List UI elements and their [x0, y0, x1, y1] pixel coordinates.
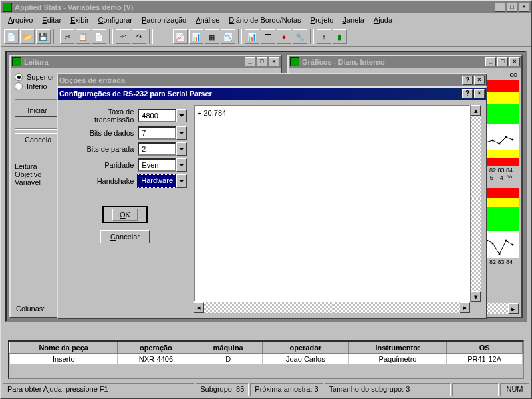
status-tamanho: Tamanho do subgrupo: 3	[325, 383, 451, 396]
new-button[interactable]: 📄	[4, 29, 19, 44]
taxa-combo[interactable]: 4800	[138, 109, 187, 122]
leitura-min-button[interactable]: _	[245, 57, 255, 66]
svg-point-9	[512, 244, 514, 246]
save-button[interactable]: 💾	[36, 29, 51, 44]
tool2-button[interactable]: ↕	[317, 29, 331, 44]
toolbar: 📄 📂 💾 ✂ 📋 📄 ↶ ↷ 📈 📊 ▦ 📉 📊 ☰ ● 🔧 ↕ ▮	[1, 27, 531, 47]
menu-ajuda[interactable]: Ajuda	[370, 15, 396, 25]
table-row[interactable]: Inserto NXR-4406 D Joao Carlos Paquímetr…	[10, 354, 523, 365]
data-table: Nome da peça operação máquina operador i…	[8, 340, 524, 379]
chart4-button[interactable]: 📊	[245, 29, 259, 44]
parada-label: Bits de parada	[63, 142, 138, 156]
grid-button[interactable]: ▦	[205, 29, 219, 44]
rs232-form: Taxa de transmissão 4800 Bits de dados 7…	[63, 105, 187, 313]
opcoes-titlebar: Opções de entrada ? ×	[58, 74, 486, 86]
paridade-combo[interactable]: Even	[138, 158, 187, 172]
menu-configurar[interactable]: Configurar	[94, 15, 136, 25]
open-button[interactable]: 📂	[20, 29, 35, 44]
radio-inferior-label: Inferio	[27, 82, 47, 90]
maximize-button[interactable]: □	[507, 3, 517, 12]
output-vscroll[interactable]: ▴▾	[470, 105, 481, 302]
menubar: Arquivo Editar Exibir Configurar Padroni…	[1, 13, 531, 27]
app-icon	[3, 3, 12, 12]
leitura-close-button[interactable]: ×	[269, 57, 279, 66]
status-help: Para obter Ajuda, pressione F1	[3, 383, 194, 396]
dados-combo[interactable]: 7	[138, 126, 187, 140]
cut-button[interactable]: ✂	[60, 29, 74, 44]
opcoes-close-button[interactable]: ×	[474, 76, 485, 85]
chart-strip: co 82 83 84 5 4 ^^ 82 83 84	[483, 70, 519, 301]
svg-point-4	[512, 139, 514, 141]
svg-point-3	[505, 136, 507, 138]
tool3-button[interactable]: ▮	[332, 29, 347, 44]
sparkline-2	[483, 231, 519, 258]
close-button[interactable]: ×	[519, 3, 529, 12]
cancelar-leitura-button[interactable]: Cancela	[15, 133, 60, 146]
svg-point-6	[492, 243, 494, 245]
leitura-max-button[interactable]: □	[257, 57, 267, 66]
tool1-button[interactable]: 🔧	[293, 29, 307, 44]
taxa-label: Taxa de transmissão	[63, 108, 138, 124]
record-button[interactable]: ●	[277, 29, 291, 44]
status-proxima: Próxima amostra: 3	[250, 383, 323, 396]
menu-exibir[interactable]: Exibir	[66, 15, 93, 25]
ok-button[interactable]: OK	[102, 206, 148, 223]
svg-point-8	[505, 240, 507, 242]
leitura-title: Leitura	[24, 58, 245, 66]
output-hscroll[interactable]: ◂▸	[194, 302, 481, 313]
cancelar-button[interactable]: Cancelar	[100, 230, 150, 243]
radio-superior-label: Superior	[27, 73, 55, 81]
opcoes-title: Opções de entrada	[59, 76, 462, 84]
label-colunas: Colunas:	[16, 305, 45, 313]
th-nome[interactable]: Nome da peça	[10, 342, 118, 354]
graficos-close-button[interactable]: ×	[509, 57, 520, 66]
th-operacao[interactable]: operação	[118, 342, 194, 354]
rs232-help-button[interactable]: ?	[462, 89, 473, 98]
chart3-button[interactable]: 📉	[221, 29, 235, 44]
menu-arquivo[interactable]: Arquivo	[4, 15, 37, 25]
menu-projeto[interactable]: Projeto	[307, 15, 338, 25]
menu-editar[interactable]: Editar	[38, 15, 65, 25]
paridade-label: Paridade	[63, 158, 138, 172]
minimize-button[interactable]: _	[495, 3, 505, 12]
graficos-max-button[interactable]: □	[497, 57, 508, 66]
handshake-combo[interactable]: Hardware	[138, 174, 187, 188]
th-instrumento[interactable]: instrumento:	[348, 342, 446, 354]
leitura-titlebar: Leitura _ □ ×	[11, 56, 281, 68]
menu-janela[interactable]: Janela	[338, 15, 368, 25]
chart2-button[interactable]: 📊	[189, 29, 203, 44]
opcoes-help-button[interactable]: ?	[462, 76, 473, 85]
copy-button[interactable]: 📋	[76, 29, 90, 44]
svg-point-1	[492, 140, 494, 142]
dados-label: Bits de dados	[63, 126, 138, 140]
output-pane: + 20.784	[194, 105, 470, 302]
th-operador[interactable]: operador	[262, 342, 348, 354]
graficos-min-button[interactable]: _	[485, 57, 496, 66]
axis-1: 82 83 84	[483, 166, 519, 174]
undo-button[interactable]: ↶	[116, 29, 130, 44]
svg-point-2	[499, 143, 501, 145]
menu-padronizacao[interactable]: Padronização	[138, 15, 190, 25]
list-button[interactable]: ☰	[261, 29, 275, 44]
chart1-button[interactable]: 📈	[173, 29, 188, 44]
menu-diario[interactable]: Diário de Bordo/Notas	[225, 15, 305, 25]
th-maquina[interactable]: máquina	[194, 342, 262, 354]
graficos-title: Gráficos - Diam. Interno	[302, 58, 485, 66]
statusbar: Para obter Ajuda, pressione F1 Subgrupo:…	[3, 383, 529, 396]
iniciar-button[interactable]: Iniciar	[15, 104, 60, 117]
paste-button[interactable]: 📄	[92, 29, 106, 44]
graficos-icon	[290, 57, 299, 66]
parada-combo[interactable]: 2	[138, 142, 187, 156]
rs232-close-button[interactable]: ×	[474, 89, 485, 98]
status-blank	[452, 383, 499, 396]
status-subgrupo: Subgrupo: 85	[196, 383, 249, 396]
menu-analise[interactable]: Análise	[192, 15, 223, 25]
redo-button[interactable]: ↷	[132, 29, 146, 44]
rs232-dialog: Configurações de RS-232 para Serial Pars…	[57, 86, 487, 319]
sparkline-1	[483, 124, 519, 150]
th-os[interactable]: OS	[447, 342, 523, 354]
axis-1b: 5 4 ^^	[483, 174, 519, 181]
main-titlebar: Applied Stats - Variables demo (V) _ □ ×	[1, 1, 531, 13]
axis-2: 82 83 84	[483, 258, 519, 265]
graficos-titlebar: Gráficos - Diam. Interno _ □ ×	[289, 56, 521, 68]
